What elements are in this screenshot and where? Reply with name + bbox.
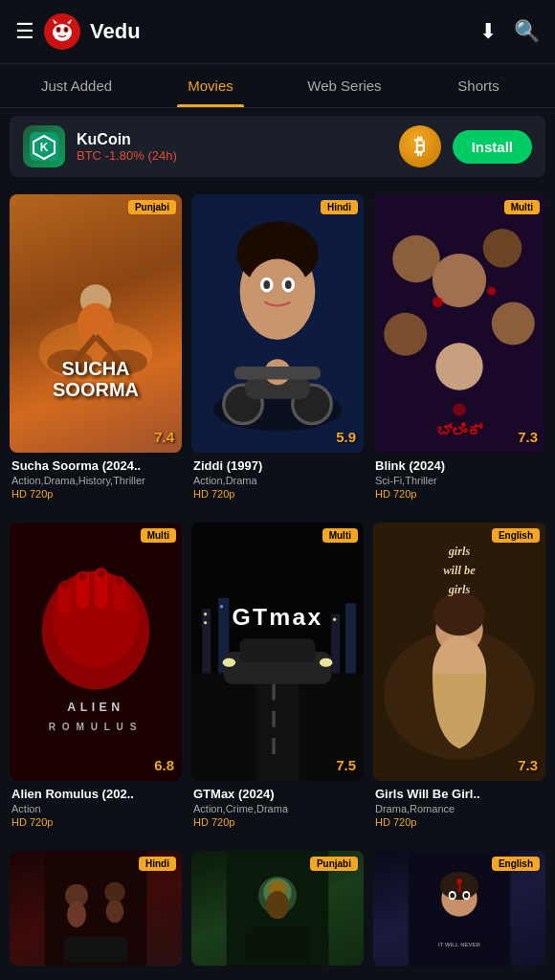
language-badge: Multi <box>322 528 358 543</box>
svg-rect-64 <box>345 603 356 673</box>
svg-rect-59 <box>272 711 275 727</box>
movie-art <box>191 194 364 453</box>
svg-text:girls: girls <box>448 583 471 596</box>
svg-point-103 <box>456 879 461 883</box>
movie-genres: Action <box>11 803 180 814</box>
movie-thumbnail: Punjabi <box>191 851 364 966</box>
movie-item[interactable]: IT WILL NEVER English <box>373 851 545 966</box>
tab-web-series[interactable]: Web Series <box>278 64 411 107</box>
movie-quality: HD 720p <box>375 488 544 500</box>
movie-item[interactable]: girls will be girls English 7.3 Girls Wi… <box>373 523 545 832</box>
svg-marker-6 <box>67 19 72 24</box>
movie-quality: HD 720p <box>193 488 362 500</box>
ad-banner[interactable]: K KuCoin BTC -1.80% (24h) ₿ Install <box>10 116 545 177</box>
ad-subtitle: BTC -1.80% (24h) <box>77 148 388 163</box>
movie-genres: Action,Drama <box>193 475 362 486</box>
tab-shorts[interactable]: Shorts <box>411 64 545 107</box>
movie-quality: HD 720p <box>375 816 544 828</box>
movie-thumbnail: Hindi <box>10 851 182 966</box>
movie-info: Girls Will Be Girl.. Drama,Romance HD 72… <box>373 781 545 832</box>
ad-install-button[interactable]: Install <box>453 130 532 164</box>
header-left: ☰ Vedu <box>15 13 141 50</box>
movie-info: Blink (2024) Sci-Fi,Thriller HD 720p <box>373 453 545 503</box>
movie-item[interactable]: ALIEN ROMULUS Multi 6.8 Alien Romulus (2… <box>10 523 182 832</box>
svg-point-40 <box>453 403 466 416</box>
movie-thumbnail: IT WILL NEVER English <box>373 851 545 966</box>
svg-point-38 <box>433 297 443 307</box>
movie-art: girls will be girls <box>373 523 545 781</box>
rating-badge: 6.8 <box>154 757 174 773</box>
tab-movies[interactable]: Movies <box>144 64 278 107</box>
svg-point-24 <box>285 280 292 289</box>
svg-point-88 <box>106 900 124 923</box>
movie-genres: Sci-Fi,Thriller <box>375 475 544 486</box>
svg-point-102 <box>464 893 469 898</box>
download-icon[interactable]: ⬇ <box>479 19 497 44</box>
movie-title: Ziddi (1997) <box>193 458 362 473</box>
app-header: ☰ Vedu ⬇ 🔍 <box>0 0 555 64</box>
svg-rect-89 <box>64 937 128 963</box>
svg-point-86 <box>104 882 124 902</box>
svg-text:ಬ್ಲಿಂಕ್: ಬ್ಲಿಂಕ್ <box>436 422 483 439</box>
language-badge: Hindi <box>321 200 358 214</box>
language-badge: English <box>492 528 540 543</box>
movie-info: GTMax (2024) Action,Crime,Drama HD 720p <box>191 781 364 832</box>
svg-rect-93 <box>246 927 310 963</box>
svg-rect-61 <box>202 609 211 674</box>
movie-genres: Action,Crime,Drama <box>193 803 362 814</box>
movie-thumbnail: ALIEN ROMULUS Multi 6.8 <box>10 523 182 781</box>
svg-text:girls: girls <box>448 545 471 558</box>
movie-quality: HD 720p <box>193 816 362 828</box>
svg-rect-30 <box>234 367 321 380</box>
movie-quality: HD 720p <box>11 488 180 500</box>
ad-text: KuCoin BTC -1.80% (24h) <box>77 131 388 163</box>
movie-item[interactable]: Hindi <box>10 851 182 966</box>
language-badge: Punjabi <box>128 200 176 214</box>
language-badge: English <box>492 857 540 871</box>
language-badge: Hindi <box>139 857 176 871</box>
svg-point-4 <box>65 29 67 32</box>
movie-info: Ziddi (1997) Action,Drama HD 720p <box>191 453 364 503</box>
search-icon[interactable]: 🔍 <box>514 19 540 44</box>
movie-item[interactable]: SUCHASOORMA Punjabi 7.4 Sucha Soorma (20… <box>10 194 182 503</box>
movie-item[interactable]: Hindi 5.9 Ziddi (1997) Action,Drama HD 7… <box>191 194 364 503</box>
app-title: Vedu <box>90 19 141 44</box>
svg-point-74 <box>320 658 333 667</box>
language-badge: Multi <box>141 528 176 543</box>
ad-logo: K <box>23 125 65 167</box>
movie-title: Sucha Soorma (2024.. <box>11 458 180 473</box>
logo-svg <box>50 19 75 44</box>
svg-point-49 <box>60 581 69 590</box>
svg-point-65 <box>204 612 207 615</box>
movie-quality: HD 720p <box>11 816 180 828</box>
svg-text:ALIEN: ALIEN <box>67 701 124 714</box>
movie-thumbnail: ಬ್ಲಿಂಕ್ Multi 7.3 <box>373 194 545 453</box>
movie-item[interactable]: N <box>191 523 364 832</box>
svg-point-101 <box>450 893 455 898</box>
svg-text:ROMULUS: ROMULUS <box>49 722 143 732</box>
language-badge: Punjabi <box>310 857 358 871</box>
svg-text:K: K <box>40 141 49 154</box>
ad-coin-icon: ₿ <box>399 125 441 167</box>
movie-item[interactable]: Punjabi <box>191 851 364 966</box>
movie-grid-row3: Hindi Punjabi <box>0 841 555 980</box>
menu-icon[interactable]: ☰ <box>15 19 34 44</box>
movie-thumbnail: Hindi 5.9 <box>191 194 364 453</box>
rating-badge: 7.3 <box>518 429 538 445</box>
svg-point-50 <box>78 572 87 581</box>
movie-title: GTMax (2024) <box>193 787 362 801</box>
movie-thumbnail: N <box>191 523 364 781</box>
svg-point-33 <box>483 229 522 268</box>
svg-point-87 <box>67 902 86 927</box>
rating-badge: 7.3 <box>518 757 538 773</box>
movie-art: ALIEN ROMULUS <box>10 523 182 781</box>
movie-title: Girls Will Be Girl.. <box>375 787 544 801</box>
ad-title: KuCoin <box>77 131 388 148</box>
movie-item[interactable]: ಬ್ಲಿಂಕ್ Multi 7.3 Blink (2024) Sci-Fi,Th… <box>373 194 545 503</box>
tab-just-added[interactable]: Just Added <box>10 64 144 107</box>
movie-info: Alien Romulus (202.. Action HD 720p <box>10 781 182 832</box>
svg-point-35 <box>384 313 427 356</box>
svg-rect-72 <box>240 639 316 663</box>
svg-marker-5 <box>53 19 57 24</box>
header-right: ⬇ 🔍 <box>479 19 540 44</box>
